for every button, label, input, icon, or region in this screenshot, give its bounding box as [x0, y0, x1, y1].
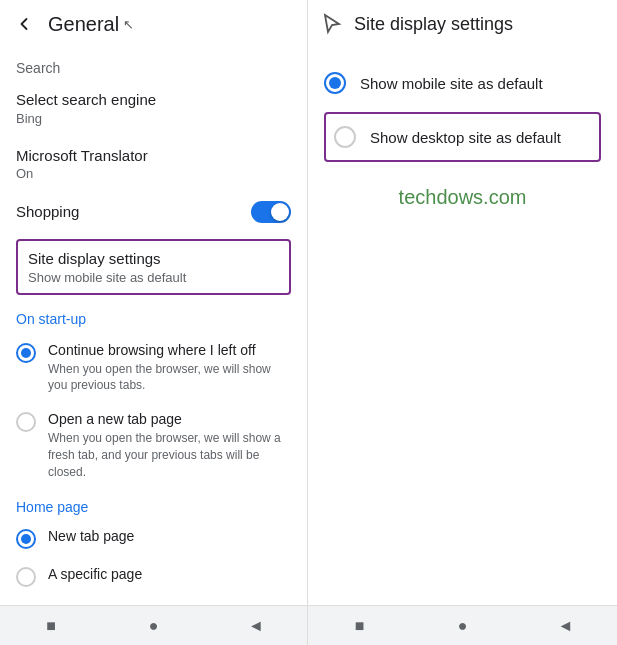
- new-tab-text: Open a new tab page When you open the br…: [48, 410, 291, 481]
- site-display-title: Site display settings: [28, 249, 279, 269]
- using-external-label: Using external apps: [16, 595, 291, 605]
- site-display-subtitle: Show mobile site as default: [28, 270, 279, 285]
- continue-browsing-option[interactable]: Continue browsing where I left off When …: [16, 333, 291, 403]
- right-back-icon[interactable]: ◄: [556, 616, 576, 636]
- stop-icon[interactable]: ■: [41, 616, 61, 636]
- radio-inner: [21, 348, 31, 358]
- microsoft-translator-title: Microsoft Translator: [16, 146, 291, 166]
- right-content: Show mobile site as default Show desktop…: [308, 48, 617, 605]
- cursor-pointer-icon: [320, 12, 344, 36]
- new-tab-subtitle: When you open the browser, we will show …: [48, 430, 291, 480]
- specific-page-option[interactable]: A specific page: [16, 557, 291, 595]
- back-button[interactable]: [12, 12, 36, 36]
- new-tab-option[interactable]: Open a new tab page When you open the br…: [16, 402, 291, 489]
- new-tab-title: Open a new tab page: [48, 410, 291, 428]
- radio-inner-2: [21, 534, 31, 544]
- shopping-item[interactable]: Shopping: [16, 191, 291, 233]
- show-desktop-option[interactable]: Show desktop site as default: [324, 112, 601, 162]
- select-search-engine-item[interactable]: Select search engine Bing: [16, 80, 291, 136]
- continue-browsing-radio[interactable]: [16, 343, 36, 363]
- right-page-title: Site display settings: [354, 14, 513, 35]
- show-mobile-radio[interactable]: [324, 72, 346, 94]
- new-tab-page-option[interactable]: New tab page: [16, 519, 291, 557]
- left-panel: General ↖ Search Select search engine Bi…: [0, 0, 308, 645]
- show-desktop-radio[interactable]: [334, 126, 356, 148]
- right-panel: Site display settings Show mobile site a…: [308, 0, 617, 645]
- cursor-hint: ↖: [123, 17, 134, 32]
- page-title: General: [48, 13, 119, 36]
- radio-inner-right-1: [329, 77, 341, 89]
- right-bottom-nav: ■ ● ◄: [308, 605, 617, 645]
- show-desktop-label: Show desktop site as default: [370, 129, 561, 146]
- continue-browsing-subtitle: When you open the browser, we will show …: [48, 361, 291, 395]
- right-stop-icon[interactable]: ■: [350, 616, 370, 636]
- microsoft-translator-subtitle: On: [16, 166, 291, 181]
- show-mobile-option[interactable]: Show mobile site as default: [324, 58, 601, 108]
- show-mobile-label: Show mobile site as default: [360, 75, 543, 92]
- shopping-toggle[interactable]: [251, 201, 291, 223]
- shopping-title: Shopping: [16, 202, 79, 222]
- right-header: Site display settings: [308, 0, 617, 48]
- left-header: General ↖: [0, 0, 307, 48]
- new-tab-page-radio[interactable]: [16, 529, 36, 549]
- toggle-knob: [271, 203, 289, 221]
- home-page-label: Home page: [16, 489, 291, 519]
- new-tab-radio[interactable]: [16, 412, 36, 432]
- microsoft-translator-item[interactable]: Microsoft Translator On: [16, 136, 291, 192]
- continue-browsing-text: Continue browsing where I left off When …: [48, 341, 291, 395]
- on-startup-label: On start-up: [16, 301, 291, 333]
- home-icon[interactable]: ●: [143, 616, 163, 636]
- back-nav-icon[interactable]: ◄: [246, 616, 266, 636]
- watermark: techdows.com: [324, 166, 601, 229]
- select-search-engine-subtitle: Bing: [16, 111, 291, 126]
- continue-browsing-title: Continue browsing where I left off: [48, 341, 291, 359]
- search-section-label: Search: [16, 48, 291, 80]
- new-tab-page-label: New tab page: [48, 527, 134, 545]
- select-search-engine-title: Select search engine: [16, 90, 291, 110]
- right-home-icon[interactable]: ●: [453, 616, 473, 636]
- specific-page-radio[interactable]: [16, 567, 36, 587]
- site-display-item[interactable]: Site display settings Show mobile site a…: [16, 239, 291, 295]
- specific-page-label: A specific page: [48, 565, 142, 583]
- left-bottom-nav: ■ ● ◄: [0, 605, 307, 645]
- left-content: Search Select search engine Bing Microso…: [0, 48, 307, 605]
